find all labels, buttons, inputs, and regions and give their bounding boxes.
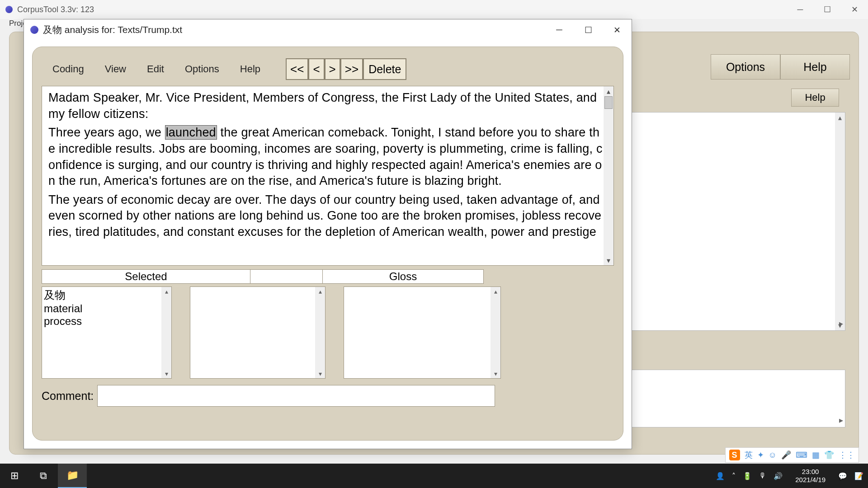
ime-logo-icon[interactable]: S (729, 450, 740, 460)
scroll-down-icon[interactable]: ▾ (604, 255, 613, 265)
analysis-titlebar: 及物 analysis for: Texts/Trump.txt (24, 19, 632, 40)
comment-row: Comment: (42, 385, 614, 407)
middle-listbox[interactable]: ▴▾ (190, 286, 326, 379)
right-panel-2: ▸ (629, 370, 845, 427)
comment-input[interactable] (97, 385, 495, 407)
help-button-2[interactable]: Help (791, 89, 839, 107)
main-minimize-button[interactable]: ─ (787, 0, 814, 19)
analysis-minimize-button[interactable]: ─ (545, 19, 574, 40)
app-icon (5, 6, 13, 13)
highlighted-word[interactable]: launched (165, 125, 217, 140)
headers-row: Selected Gloss (42, 269, 614, 284)
scroll-right-icon[interactable]: ▸ (839, 319, 843, 328)
scroll-thumb[interactable] (604, 96, 613, 109)
list-item[interactable]: material (44, 302, 161, 315)
list-item[interactable]: 及物 (44, 288, 161, 302)
gloss-header: Gloss (323, 269, 484, 284)
paragraph-1: Madam Speaker, Mr. Vice President, Membe… (48, 90, 603, 122)
ime-emoji-icon[interactable]: ☺ (769, 450, 777, 460)
ime-keyboard-icon[interactable]: ⌨ (796, 450, 807, 460)
menu-view[interactable]: View (105, 63, 126, 75)
analysis-title: 及物 analysis for: Texts/Trump.txt (43, 23, 182, 36)
ime-toolbar[interactable]: S 英 ✦ ☺ 🎤 ⌨ ▦ 👕 ⋮⋮ (725, 447, 859, 463)
help-button[interactable]: Help (780, 54, 850, 80)
right-panel-1: ▴ ▾ ▸ (629, 112, 845, 331)
delete-button[interactable]: Delete (363, 58, 406, 80)
task-view-button[interactable]: ⧉ (29, 464, 58, 488)
volume-icon[interactable]: 🔊 (774, 472, 783, 480)
options-button[interactable]: Options (711, 54, 780, 80)
listbox-scrollbar[interactable]: ▴▾ (315, 287, 325, 378)
ime-icon[interactable]: ✦ (757, 450, 764, 460)
scroll-up-icon[interactable]: ▴ (604, 86, 613, 96)
right-panel-1-scrollbar[interactable]: ▴ ▾ (835, 113, 845, 330)
text-scrollbar[interactable]: ▴ ▾ (604, 86, 613, 265)
menu-edit[interactable]: Edit (147, 63, 164, 75)
ime-menu-icon[interactable]: ⋮⋮ (839, 450, 855, 460)
analysis-window: 及物 analysis for: Texts/Trump.txt ─ ☐ ✕ C… (24, 19, 632, 449)
listbox-scrollbar[interactable]: ▴▾ (491, 287, 500, 378)
nav-prev-button[interactable]: < (308, 58, 324, 80)
scroll-right-icon[interactable]: ▸ (839, 415, 843, 425)
text-content: Madam Speaker, Mr. Vice President, Membe… (42, 86, 613, 247)
system-tray[interactable]: 👤 ˄ 🔋 🎙 🔊 23:00 2021/4/19 💬 📝 (716, 468, 868, 484)
selected-header: Selected (42, 269, 250, 284)
list-item[interactable]: process (44, 315, 161, 328)
analysis-maximize-button[interactable]: ☐ (574, 19, 603, 40)
analysis-close-button[interactable]: ✕ (603, 19, 632, 40)
taskbar[interactable]: ⊞ ⧉ 📁 👤 ˄ 🔋 🎙 🔊 23:00 2021/4/19 💬 📝 (0, 464, 868, 488)
menu-coding[interactable]: Coding (52, 63, 84, 75)
gloss-listbox[interactable]: ▴▾ (344, 286, 501, 379)
ime-shirt-icon[interactable]: 👕 (824, 450, 834, 460)
clock[interactable]: 23:00 2021/4/19 (790, 468, 831, 484)
app-icon (30, 26, 38, 34)
nav-last-button[interactable]: >> (340, 58, 363, 80)
paragraph-2: Three years ago, we launched the great A… (48, 125, 603, 189)
main-maximize-button[interactable]: ☐ (814, 0, 841, 19)
listbox-scrollbar[interactable]: ▴▾ (161, 287, 171, 378)
nav-buttons: << < > >> Delete (286, 58, 406, 80)
tray-chevron-icon[interactable]: ˄ (732, 472, 736, 480)
ime-lang[interactable]: 英 (745, 450, 753, 460)
notes-icon[interactable]: 📝 (854, 472, 863, 480)
action-center-icon[interactable]: 💬 (838, 472, 847, 480)
start-button[interactable]: ⊞ (0, 464, 29, 488)
listboxes-row: 及物 material process ▴▾ ▴▾ ▴▾ (42, 286, 614, 379)
main-title: CorpusTool 3.3v: 123 (17, 5, 94, 14)
ime-grid-icon[interactable]: ▦ (812, 450, 820, 460)
paragraph-3: The years of economic decay are over. Th… (48, 192, 603, 240)
scroll-up-icon[interactable]: ▴ (835, 113, 845, 122)
menu-help[interactable]: Help (240, 63, 260, 75)
mic-tray-icon[interactable]: 🎙 (759, 472, 766, 480)
battery-icon[interactable]: 🔋 (743, 472, 752, 480)
text-pane[interactable]: Madam Speaker, Mr. Vice President, Membe… (42, 86, 614, 266)
comment-label: Comment: (42, 389, 94, 403)
taskbar-app-explorer[interactable]: 📁 (58, 464, 87, 488)
clock-date: 2021/4/19 (795, 476, 826, 484)
analysis-body: Coding View Edit Options Help << < > >> … (32, 47, 623, 441)
clock-time: 23:00 (795, 468, 826, 476)
main-close-button[interactable]: ✕ (841, 0, 868, 19)
menu-options[interactable]: Options (185, 63, 219, 75)
main-titlebar: CorpusTool 3.3v: 123 (0, 0, 868, 19)
nav-first-button[interactable]: << (286, 58, 308, 80)
menu-bar: Coding View Edit Options Help << < > >> … (42, 56, 614, 82)
selected-listbox[interactable]: 及物 material process ▴▾ (42, 286, 172, 379)
ime-mic-icon[interactable]: 🎤 (781, 450, 791, 460)
people-icon[interactable]: 👤 (716, 472, 725, 480)
nav-next-button[interactable]: > (325, 58, 340, 80)
header-spacer (250, 269, 323, 284)
